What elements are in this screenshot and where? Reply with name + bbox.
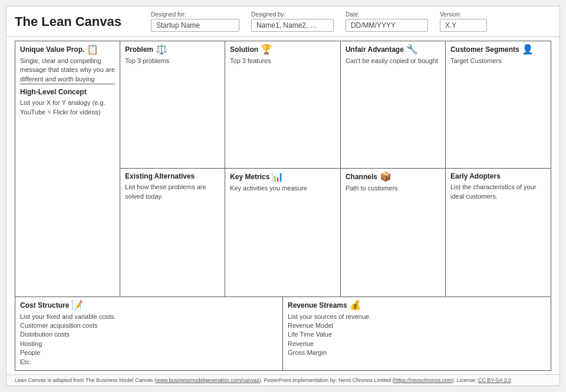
cost-line-6: Etc. bbox=[20, 358, 278, 367]
cost-line-1: List your fixed and variable costs. bbox=[20, 312, 278, 321]
cost-icon: 📝 bbox=[71, 301, 83, 310]
designed-for-input[interactable] bbox=[151, 19, 239, 32]
revenue-streams-body: List your sources of revenue. Revenue Mo… bbox=[288, 312, 546, 358]
channels-cell: Channels 📦 Path to customers bbox=[341, 169, 446, 296]
version-input[interactable] bbox=[440, 19, 487, 32]
high-level-title: High-Level Concept bbox=[20, 88, 115, 96]
problem-cell: Problem ⚖️ Top 3 problems bbox=[120, 41, 225, 169]
key-metrics-body: Key activities you measure bbox=[230, 184, 335, 193]
neos-link[interactable]: https://neoschronos.com bbox=[394, 377, 452, 383]
designed-for-group: Designed for: bbox=[151, 11, 239, 32]
uvp-icon: 📋 bbox=[87, 45, 98, 54]
cost-line-4: Hosting bbox=[20, 340, 278, 348]
uvp-body: Single, clear and compelling message tha… bbox=[20, 57, 115, 84]
uvp-title: Unique Value Prop. 📋 bbox=[20, 45, 115, 54]
revenue-line-2: Revenue Model bbox=[288, 321, 546, 330]
channels-title: Channels 📦 bbox=[345, 172, 440, 182]
early-adopters-title: Early Adopters bbox=[450, 172, 546, 180]
cost-structure-body: List your fixed and variable costs. Cust… bbox=[20, 312, 278, 367]
header-fields: Designed for: Designed by: Date: Version… bbox=[151, 11, 551, 32]
high-level-body: List your X for Y analogy (e.g. YouTube … bbox=[20, 98, 115, 117]
solution-icon: 🏆 bbox=[261, 45, 272, 54]
key-metrics-icon: 📊 bbox=[272, 172, 284, 182]
main-grid: Problem ⚖️ Top 3 problems Solution 🏆 Top… bbox=[15, 41, 551, 297]
designed-for-label: Designed for: bbox=[151, 11, 239, 18]
early-adopters-body: List the characteristics of your ideal c… bbox=[450, 183, 546, 201]
key-metrics-title: Key Metrics 📊 bbox=[230, 172, 335, 182]
early-adopters-cell: Early Adopters List the characteristics … bbox=[446, 169, 551, 296]
segments-body: Target Customers bbox=[450, 57, 546, 65]
problem-title: Problem ⚖️ bbox=[125, 45, 220, 54]
problem-body: Top 3 problems bbox=[125, 57, 220, 65]
unfair-icon: 🔧 bbox=[406, 45, 418, 54]
cost-line-3: Distribution costs bbox=[20, 330, 278, 339]
designed-by-input[interactable] bbox=[251, 19, 334, 32]
footer: Lean Canvas is adapted from The Business… bbox=[6, 374, 560, 386]
solution-body: Top 3 features bbox=[230, 57, 335, 65]
cost-structure-cell: Cost Structure 📝 List your fixed and var… bbox=[15, 297, 283, 370]
cost-structure-title: Cost Structure 📝 bbox=[20, 301, 278, 310]
unfair-title: Unfair Advantage 🔧 bbox=[345, 45, 440, 54]
solution-title: Solution 🏆 bbox=[230, 45, 335, 54]
revenue-streams-title: Revenue Streams 💰 bbox=[288, 301, 546, 310]
segments-cell: Customer Segments 👤 Target Customers bbox=[446, 41, 551, 169]
segments-title: Customer Segments 👤 bbox=[450, 45, 546, 54]
page-title: The Lean Canvas bbox=[15, 14, 121, 29]
channels-body: Path to customers bbox=[345, 184, 440, 193]
revenue-icon: 💰 bbox=[350, 301, 361, 310]
revenue-streams-cell: Revenue Streams 💰 List your sources of r… bbox=[283, 297, 551, 370]
revenue-line-5: Gross Margin bbox=[288, 348, 546, 357]
cost-line-2: Customer acquisition costs bbox=[20, 321, 278, 330]
license-link[interactable]: CC BY-SA 3.0 bbox=[478, 377, 511, 383]
segments-icon: 👤 bbox=[522, 45, 534, 54]
channels-icon: 📦 bbox=[380, 172, 391, 182]
date-group: Date: bbox=[345, 11, 428, 32]
version-group: Version: bbox=[440, 11, 487, 32]
uvp-cell: Unique Value Prop. 📋 Single, clear and c… bbox=[15, 41, 120, 297]
existing-alt-cell: Existing Alternatives List how these pro… bbox=[120, 169, 225, 296]
bottom-grid: Cost Structure 📝 List your fixed and var… bbox=[15, 297, 551, 371]
unfair-body: Can't be easily copied or bought bbox=[345, 57, 440, 65]
solution-cell: Solution 🏆 Top 3 features bbox=[225, 41, 341, 169]
existing-alt-title: Existing Alternatives bbox=[125, 172, 220, 180]
problem-icon: ⚖️ bbox=[156, 45, 167, 54]
header: The Lean Canvas Designed for: Designed b… bbox=[6, 6, 560, 37]
designed-by-group: Designed by: bbox=[251, 11, 334, 32]
key-metrics-cell: Key Metrics 📊 Key activities you measure bbox=[225, 169, 341, 296]
existing-alt-body: List how these problems are solved today… bbox=[125, 183, 220, 201]
cost-line-5: People bbox=[20, 348, 278, 357]
revenue-line-3: Life Time Value bbox=[288, 330, 546, 339]
designed-by-label: Designed by: bbox=[251, 11, 334, 18]
lean-canvas-page: The Lean Canvas Designed for: Designed b… bbox=[6, 6, 560, 386]
revenue-line-4: Revenue bbox=[288, 340, 546, 348]
date-input[interactable] bbox=[345, 19, 428, 32]
bmc-link[interactable]: www.businessmodelgeneration.com/canvas bbox=[156, 377, 259, 383]
canvas-area: Problem ⚖️ Top 3 problems Solution 🏆 Top… bbox=[6, 37, 560, 374]
unfair-cell: Unfair Advantage 🔧 Can't be easily copie… bbox=[341, 41, 446, 169]
footer-text: Lean Canvas is adapted from The Business… bbox=[15, 377, 511, 383]
revenue-line-1: List your sources of revenue. bbox=[288, 312, 546, 321]
date-label: Date: bbox=[345, 11, 428, 18]
version-label: Version: bbox=[440, 11, 487, 18]
